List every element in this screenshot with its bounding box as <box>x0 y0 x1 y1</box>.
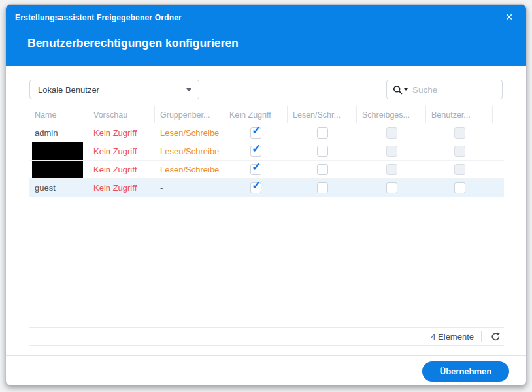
column-header-3[interactable]: Kein Zugriff <box>224 106 288 123</box>
cell-custom-checkbox: ✓ <box>426 123 493 142</box>
column-header-2[interactable]: Gruppenber... <box>155 106 224 123</box>
dialog-title: Erstellungsassistent Freigegebener Ordne… <box>15 13 182 22</box>
table-row[interactable]: adminKein ZugriffLesen/Schreibe✓✓✓✓ <box>29 123 504 142</box>
checkmark-icon: ✓ <box>252 123 261 137</box>
dialog-header: Erstellungsassistent Freigegebener Ordne… <box>6 5 526 66</box>
shared-folder-wizard-dialog: Erstellungsassistent Freigegebener Ordne… <box>5 4 527 385</box>
user-scope-value: Lokale Benutzer <box>38 85 99 95</box>
cell-preview: Kein Zugriff <box>88 179 155 197</box>
no-access-checkbox[interactable]: ✓ <box>250 146 261 157</box>
cell-filler <box>493 179 504 197</box>
cell-no-access-checkbox: ✓ <box>224 142 288 160</box>
element-count: 4 Elemente <box>431 332 474 342</box>
refresh-button[interactable] <box>488 329 503 344</box>
read-write-checkbox[interactable]: ✓ <box>317 182 328 193</box>
permissions-table: NameVorschauGruppenber...Kein ZugriffLes… <box>29 106 504 197</box>
user-scope-dropdown[interactable]: Lokale Benutzer <box>29 80 199 99</box>
cell-name: admin <box>29 123 88 142</box>
cell-no-access-checkbox: ✓ <box>224 179 288 197</box>
read-write-checkbox[interactable]: ✓ <box>317 164 328 175</box>
custom-checkbox: ✓ <box>454 164 465 175</box>
search-input[interactable] <box>408 85 502 95</box>
write-only-checkbox[interactable]: ✓ <box>386 182 397 193</box>
table-body: adminKein ZugriffLesen/Schreibe✓✓✓✓Kein … <box>29 123 504 197</box>
checkmark-icon: ✓ <box>252 179 261 192</box>
search-box[interactable] <box>386 80 503 99</box>
cell-preview: Kein Zugriff <box>88 142 155 160</box>
cell-write-only-checkbox: ✓ <box>357 142 426 160</box>
checkmark-icon: ✓ <box>252 142 261 155</box>
list-status-bar: 4 Elemente <box>29 327 504 346</box>
cell-read-write-checkbox: ✓ <box>288 142 357 160</box>
column-header-filler <box>493 106 504 123</box>
custom-checkbox: ✓ <box>454 146 465 157</box>
custom-checkbox: ✓ <box>454 127 465 139</box>
write-only-checkbox: ✓ <box>386 146 397 157</box>
refresh-icon <box>490 331 501 342</box>
cell-custom-checkbox: ✓ <box>426 161 493 178</box>
close-icon[interactable]: ✕ <box>505 11 513 23</box>
write-only-checkbox: ✓ <box>386 127 397 139</box>
table-row[interactable]: Kein ZugriffLesen/Schreibe✓✓✓✓ <box>29 160 504 178</box>
no-access-checkbox[interactable]: ✓ <box>250 182 261 193</box>
toolbar: Lokale Benutzer <box>29 80 503 99</box>
read-write-checkbox[interactable]: ✓ <box>317 127 328 139</box>
step-title: Benutzerberechtigungen konfigurieren <box>27 37 239 50</box>
column-header-0[interactable]: Name <box>29 106 88 123</box>
cell-name: guest <box>29 179 88 197</box>
cell-no-access-checkbox: ✓ <box>224 161 288 178</box>
cell-name <box>29 161 88 178</box>
cell-custom-checkbox: ✓ <box>426 179 493 197</box>
column-header-1[interactable]: Vorschau <box>88 106 155 123</box>
cell-read-write-checkbox: ✓ <box>288 179 357 197</box>
cell-write-only-checkbox: ✓ <box>357 161 426 178</box>
cell-write-only-checkbox: ✓ <box>357 179 426 197</box>
redacted-name-block <box>32 161 83 178</box>
table-row[interactable]: Kein ZugriffLesen/Schreibe✓✓✓✓ <box>29 142 504 160</box>
cell-filler <box>493 142 504 160</box>
custom-checkbox[interactable]: ✓ <box>454 182 465 193</box>
cell-group-permission: Lesen/Schreibe <box>155 142 224 160</box>
dialog-footer: Übernehmen <box>6 355 526 385</box>
cell-write-only-checkbox: ✓ <box>357 123 426 142</box>
cell-filler <box>493 123 504 142</box>
no-access-checkbox[interactable]: ✓ <box>250 127 261 139</box>
table-row[interactable]: guestKein Zugriff-✓✓✓✓ <box>29 178 504 197</box>
column-header-6[interactable]: Benutzer... <box>426 106 493 123</box>
search-icon <box>393 85 403 95</box>
table-header-row: NameVorschauGruppenber...Kein ZugriffLes… <box>29 106 504 123</box>
cell-name <box>29 142 88 160</box>
cell-filler <box>493 161 504 178</box>
column-header-5[interactable]: Schreibges... <box>357 106 426 123</box>
cell-read-write-checkbox: ✓ <box>288 161 357 178</box>
cell-custom-checkbox: ✓ <box>426 142 493 160</box>
cell-group-permission: Lesen/Schreibe <box>155 123 224 142</box>
apply-button[interactable]: Übernehmen <box>422 361 509 382</box>
cell-read-write-checkbox: ✓ <box>288 123 357 142</box>
no-access-checkbox[interactable]: ✓ <box>250 164 261 175</box>
cell-preview: Kein Zugriff <box>88 123 155 142</box>
cell-group-permission: - <box>155 179 224 197</box>
column-header-4[interactable]: Lesen/Schr... <box>288 106 357 123</box>
read-write-checkbox[interactable]: ✓ <box>317 146 328 157</box>
cell-preview: Kein Zugriff <box>88 161 155 178</box>
redacted-name-block <box>32 142 83 160</box>
dialog-body: Lokale Benutzer NameVorschauGruppenber..… <box>6 66 526 385</box>
status-divider <box>481 331 482 342</box>
write-only-checkbox: ✓ <box>386 164 397 175</box>
cell-no-access-checkbox: ✓ <box>224 123 288 142</box>
chevron-down-icon <box>186 88 191 91</box>
checkmark-icon: ✓ <box>252 161 261 174</box>
cell-group-permission: Lesen/Schreibe <box>155 161 224 178</box>
